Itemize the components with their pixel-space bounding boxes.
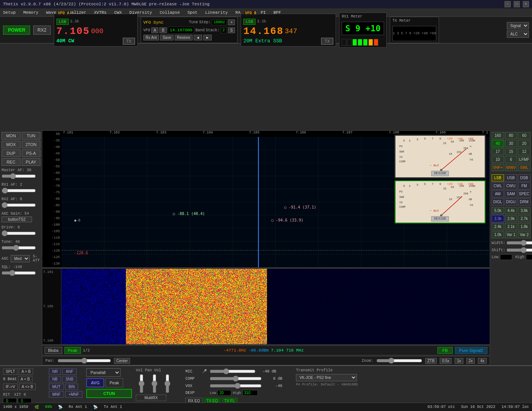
nr-button[interactable]: NR [49,368,61,375]
menu-memory[interactable]: Memory [22,10,40,16]
mode-cwl-button[interactable]: CWL [492,182,504,189]
rx2-af-slider[interactable] [2,202,36,208]
size-10k-button[interactable]: 1.0k [492,231,504,238]
multirx-button[interactable]: MultiRX [136,395,166,401]
twotone-button[interactable]: 2TON [22,141,41,148]
bw-low-input[interactable] [500,254,512,260]
size-44k-button[interactable]: 4.4k [505,207,518,214]
bw-high-input[interactable] [526,254,532,260]
menu-setup[interactable]: Setup [2,10,17,16]
zoom-05x-button[interactable]: 0.5x [440,358,452,364]
size-var2-button[interactable]: Var 2 [518,231,530,238]
band-160-button[interactable]: 160 [492,132,504,139]
menu-spot[interactable]: Spot [186,10,199,16]
nav-right-button[interactable]: ► [203,35,212,40]
vol-right-slider[interactable] [162,374,173,393]
drive-slider[interactable] [2,230,36,236]
save-button[interactable]: Save [160,35,174,40]
vol-left-slider[interactable] [136,374,147,393]
mode-digl-button[interactable]: DIGL [492,198,504,206]
sql-slider[interactable] [2,270,36,276]
mode-dsb-button[interactable]: DSB [518,174,530,181]
close-button[interactable]: × [523,1,529,7]
vfo-b-button[interactable]: B [159,27,167,33]
plus-mnf-button[interactable]: +MNF [65,391,83,398]
comp-slider[interactable] [210,376,262,382]
a-ab-button[interactable]: A <> B [19,384,36,390]
tx-profile-select[interactable]: VK-JOE - PS2 fine [296,374,357,381]
band-10-button[interactable]: 10 [492,156,504,163]
shift-slider[interactable] [506,247,532,253]
power-button[interactable]: POWER [3,26,30,35]
mode-sam-button[interactable]: SAM [505,190,517,197]
vfo-b-tx-button[interactable]: TX [321,38,333,45]
zoom-1x-button[interactable]: 1x [455,358,463,364]
vfo-a-button[interactable]: A [151,27,159,33]
snb-button[interactable]: SNB [62,376,77,382]
mode-lsb-button[interactable]: LSB [492,174,504,181]
signal-select[interactable]: Signal [507,22,529,29]
low-freq-input[interactable] [217,390,231,396]
mnf-button[interactable]: MNF [49,391,64,398]
high-freq-input[interactable] [243,390,258,396]
agc-btn[interactable]: buttonTS2 [2,217,32,222]
mox-button[interactable]: MOX [2,141,21,148]
zoom-slider[interactable] [376,358,422,364]
band-40-button[interactable]: 40 [492,140,504,147]
a-lt-b-button[interactable]: A < B [18,376,32,382]
vfo-b-mode[interactable]: LSB [243,19,256,25]
if-v-button[interactable]: IF->V [3,384,18,390]
mode-drm-button[interactable]: DRM [518,198,530,206]
band-6-button[interactable]: 6 [505,156,518,163]
rec-button[interactable]: REC [2,158,21,166]
pan-slider[interactable] [58,358,111,364]
band-60-button[interactable]: 60 [518,132,530,139]
vfo-b-freq[interactable]: 14.168 [243,26,284,37]
bin-button[interactable]: BIN [65,384,79,390]
band-swl-button[interactable]: SWL [518,164,530,171]
zoom-4x-button[interactable]: 4x [478,358,487,364]
mut-button[interactable]: MUT [49,384,64,390]
mic-slider[interactable] [210,368,256,374]
mode-am-button[interactable]: AM [492,190,504,197]
band-17-button[interactable]: 17 [492,148,504,155]
size-var1-button[interactable]: Var 1 [505,231,518,238]
peak-spectrum-button[interactable]: Peak [64,347,81,354]
vfo-a-mode[interactable]: LSB [56,19,69,25]
band-vhf-button[interactable]: VHF+ [492,164,504,171]
play-button[interactable]: PLAY [22,158,41,166]
band-20-button[interactable]: 20 [518,140,530,147]
dup-button[interactable]: DUP [2,149,21,157]
width-slider[interactable] [506,240,532,246]
tune-slider[interactable] [2,245,36,251]
size-5k-button[interactable]: 5.0k [492,207,504,214]
nb-button[interactable]: NB [49,376,61,382]
step-up-button[interactable]: + [228,19,235,25]
blobs-button[interactable]: Blobs [45,347,62,354]
menu-collapse[interactable]: Collapse [158,10,182,16]
size-29k-button[interactable]: 2.9k [505,215,518,222]
band-30-button[interactable]: 30 [505,140,518,147]
mode-digu-button[interactable]: DIGU [505,198,517,206]
a-to-b-button[interactable]: A > B [19,368,33,375]
band-lfmf-button[interactable]: LFMF [518,156,530,163]
peak-dsp-button[interactable]: Peak [105,378,123,387]
vox-slider[interactable] [210,383,262,389]
zoom-2x-button[interactable]: 2x [466,358,475,364]
rx2-button[interactable]: RX2 [33,26,50,35]
size-38k-button[interactable]: 3.8k [518,207,530,214]
mode-fm-button[interactable]: FM [518,182,530,189]
minimize-button[interactable]: − [505,1,511,7]
master-af-slider[interactable] [2,173,36,179]
size-33k-button[interactable]: 3.3k [492,215,504,222]
band-80-button[interactable]: 80 [505,132,518,139]
fb-button[interactable]: FB [437,347,453,354]
pan-slider-mid[interactable] [149,374,160,393]
mode-spec-button[interactable]: SPEC [518,190,530,197]
pure-signal-button[interactable]: Pure Signal2 [455,347,487,354]
size-21k-button[interactable]: 2.1k [505,223,518,230]
band-wwv-button[interactable]: WWV [505,164,518,171]
vfo-a-freq[interactable]: 7.105 [56,26,90,37]
band-15-button[interactable]: 15 [505,148,518,155]
rx1-af-slider[interactable] [2,188,36,194]
